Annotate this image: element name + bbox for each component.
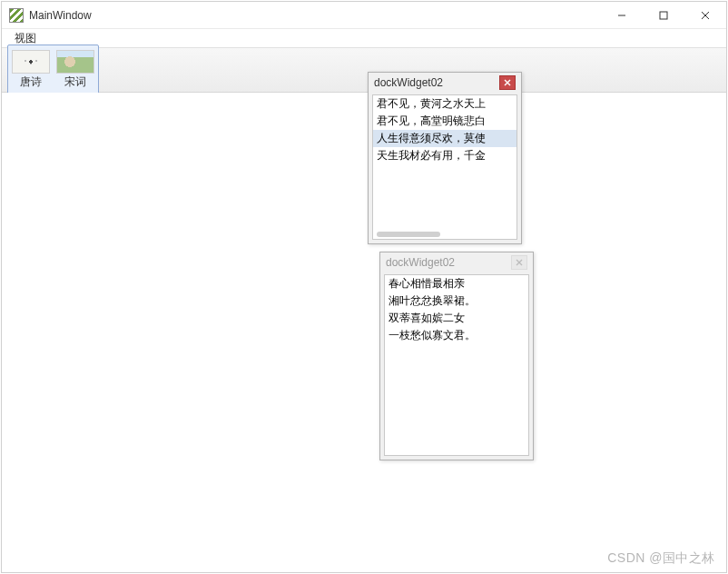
window-controls (601, 2, 726, 28)
toolbar-label: 唐诗 (20, 74, 42, 90)
list-item[interactable]: 君不见，黄河之水天上 (373, 95, 516, 113)
ci-thumb-icon (56, 50, 94, 74)
toolbar-button-song-ci[interactable]: 宋词 (54, 47, 96, 93)
svg-rect-1 (660, 12, 667, 19)
dock-close-button[interactable] (499, 75, 516, 90)
dock-widget-1[interactable]: dockWidget02 君不见，黄河之水天上 君不见，高堂明镜悲白 人生得意须… (368, 72, 522, 244)
maximize-button[interactable] (643, 2, 684, 28)
list-item[interactable]: 天生我材必有用，千金 (373, 147, 516, 164)
list-item[interactable]: 人生得意须尽欢，莫使 (373, 130, 516, 147)
dock-title-text: dockWidget02 (386, 256, 455, 269)
dock-body[interactable]: 春心相惜最相亲 湘叶忿忿换翠裙。 双蒂喜如嫔二女 一枝愁似寡文君。 (384, 274, 529, 456)
minimize-button[interactable] (601, 2, 643, 28)
poem-thumb-icon (12, 50, 50, 74)
list-item[interactable]: 湘叶忿忿换翠裙。 (385, 292, 528, 310)
dock-title-text: dockWidget02 (374, 76, 443, 89)
dock-close-button[interactable] (511, 255, 527, 270)
main-window: MainWindow 视图 唐诗 宋词 (1, 1, 727, 573)
window-title: MainWindow (29, 9, 92, 22)
list-item[interactable]: 春心相惜最相亲 (385, 275, 528, 292)
content-area: dockWidget02 君不见，黄河之水天上 君不见，高堂明镜悲白 人生得意须… (2, 93, 726, 572)
dock-widget-2[interactable]: dockWidget02 春心相惜最相亲 湘叶忿忿换翠裙。 双蒂喜如嫔二女 一枝… (379, 252, 534, 460)
horizontal-scrollbar[interactable] (377, 232, 440, 237)
toolbar: 唐诗 宋词 (2, 47, 726, 93)
menubar: 视图 (2, 29, 726, 47)
toolbar-button-tang-poem[interactable]: 唐诗 (10, 47, 52, 93)
titlebar[interactable]: MainWindow (2, 2, 726, 29)
toolbar-group: 唐诗 宋词 (7, 45, 99, 95)
app-icon (9, 8, 24, 23)
close-button[interactable] (684, 2, 726, 28)
list-item[interactable]: 君不见，高堂明镜悲白 (373, 113, 516, 130)
list-item[interactable]: 双蒂喜如嫔二女 (385, 310, 528, 327)
dock-titlebar[interactable]: dockWidget02 (369, 73, 521, 93)
dock-titlebar[interactable]: dockWidget02 (380, 252, 533, 272)
list-item[interactable]: 一枝愁似寡文君。 (385, 327, 528, 344)
toolbar-label: 宋词 (64, 74, 86, 90)
dock-body[interactable]: 君不见，黄河之水天上 君不见，高堂明镜悲白 人生得意须尽欢，莫使 天生我材必有用… (372, 94, 517, 240)
